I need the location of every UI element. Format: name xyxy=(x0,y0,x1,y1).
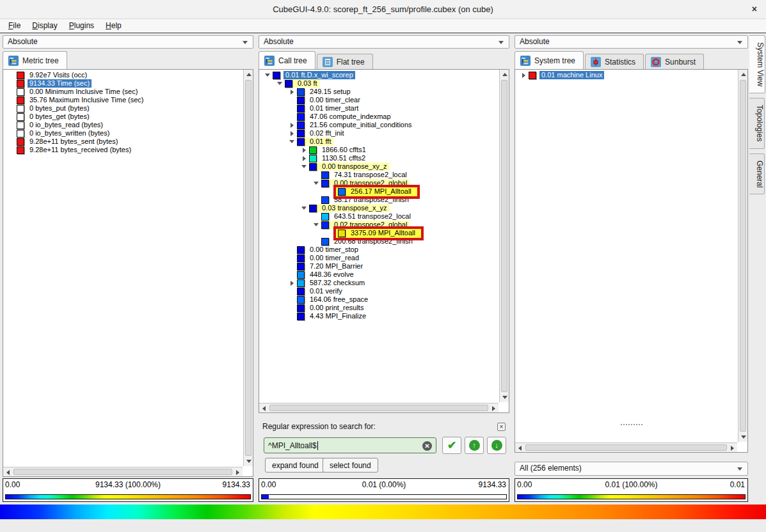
window-close-button[interactable]: × xyxy=(752,4,757,14)
tree-row[interactable]: 164.06 free_space xyxy=(260,295,499,304)
expander-collapse-icon[interactable] xyxy=(287,137,297,146)
node-label[interactable]: 74.31 transpose2_local xyxy=(332,171,409,179)
tree-row[interactable]: 9.28e+11 bytes_received (bytes) xyxy=(4,146,243,154)
tree-row[interactable]: 21.56 compute_initial_conditions xyxy=(260,121,499,129)
node-label[interactable]: 0 io_bytes_read (bytes) xyxy=(28,121,105,129)
call-horizontal-scrollbar[interactable] xyxy=(259,403,499,412)
node-label[interactable]: 0 io_bytes_written (bytes) xyxy=(28,129,111,137)
tree-row[interactable]: 1866.60 cffts1 xyxy=(260,146,499,154)
scrollbar-thumb[interactable] xyxy=(525,444,727,451)
tree-row[interactable]: 249.15 setup xyxy=(260,88,499,96)
metric-vertical-scrollbar[interactable] xyxy=(243,70,253,466)
node-label[interactable]: 448.36 evolve xyxy=(308,270,356,279)
node-label[interactable]: 0.00 Minimum Inclusive Time (sec) xyxy=(28,88,140,96)
scroll-left-icon[interactable] xyxy=(3,467,13,477)
node-label[interactable]: 0.00 timer_clear xyxy=(308,96,362,104)
tree-row[interactable]: 1130.51 cffts2 xyxy=(260,154,499,162)
tree-row[interactable]: 0.03 transpose_x_yz xyxy=(260,204,499,212)
node-label[interactable]: 0 bytes_get (bytes) xyxy=(28,113,92,121)
node-label[interactable]: 9.92e7 Visits (occ) xyxy=(28,71,89,79)
node-label[interactable]: 164.06 free_space xyxy=(308,295,370,304)
node-label[interactable]: 0.00 transpose_xy_z xyxy=(320,162,389,171)
node-label[interactable]: 4.43 MPI_Finalize xyxy=(308,312,368,320)
tree-row[interactable]: 0.01 ft.D.x_wi_scorep xyxy=(260,71,499,79)
tree-row[interactable]: 0.01 timer_start xyxy=(260,104,499,113)
scrollbar-thumb[interactable] xyxy=(740,80,746,432)
expander-collapse-icon[interactable] xyxy=(299,162,309,171)
tab-statistics[interactable]: Statistics xyxy=(585,54,644,69)
tree-row[interactable]: 47.06 compute_indexmap xyxy=(260,113,499,121)
tree-row[interactable]: 643.51 transpose2_local xyxy=(260,212,499,221)
scroll-down-icon[interactable] xyxy=(244,457,253,466)
side-tab-general[interactable]: General xyxy=(749,153,765,195)
tree-row[interactable]: 7.20 MPI_Barrier xyxy=(260,262,499,270)
tree-row[interactable]: 3375.09 MPI_Alltoall xyxy=(260,229,499,237)
tab-flat-tree[interactable]: Flat tree xyxy=(317,54,373,69)
tree-row[interactable]: 0.00 transpose_xy_z xyxy=(260,162,499,171)
scroll-up-icon[interactable] xyxy=(738,70,748,79)
node-label[interactable]: 0.02 fft_init xyxy=(308,129,346,137)
metric-value-mode-combobox[interactable]: Absolute xyxy=(3,35,253,49)
system-horizontal-scrollbar[interactable] xyxy=(515,442,737,452)
node-label[interactable]: 0.01 verify xyxy=(308,287,344,295)
node-label[interactable]: 249.15 setup xyxy=(308,88,353,96)
tree-row[interactable]: 0.00 timer_clear xyxy=(260,96,499,104)
call-vertical-scrollbar[interactable] xyxy=(499,70,509,402)
expander-collapse-icon[interactable] xyxy=(262,71,273,79)
node-label[interactable]: 0.01 ft.D.x_wi_scorep xyxy=(283,71,355,79)
scroll-up-icon[interactable] xyxy=(500,70,509,79)
tree-row[interactable]: 0.00 timer_stop xyxy=(260,246,499,254)
search-next-button[interactable]: ↓ xyxy=(487,437,506,454)
scrollbar-thumb[interactable] xyxy=(269,405,488,411)
expander-expand-icon[interactable] xyxy=(299,146,309,154)
tree-row[interactable]: 0 io_bytes_written (bytes) xyxy=(4,129,243,137)
metric-horizontal-scrollbar[interactable] xyxy=(3,467,243,476)
node-label[interactable]: 3375.09 MPI_Alltoall xyxy=(349,229,417,237)
call-value-mode-combobox[interactable]: Absolute xyxy=(259,35,509,49)
splitter-handle[interactable] xyxy=(621,424,642,425)
node-label[interactable]: 9.28e+11 bytes_sent (bytes) xyxy=(28,137,120,146)
search-input[interactable]: ^MPI_Alltoall$ ✕ xyxy=(264,437,436,453)
tree-row[interactable]: 0 bytes_get (bytes) xyxy=(4,113,243,121)
tree-row[interactable]: 0.03 ft xyxy=(260,79,499,88)
scrollbar-thumb[interactable] xyxy=(501,80,507,392)
scroll-left-icon[interactable] xyxy=(259,403,269,413)
scrollbar-thumb[interactable] xyxy=(13,469,232,475)
scroll-down-icon[interactable] xyxy=(738,432,748,442)
side-tab-system-view[interactable]: System View xyxy=(749,35,765,93)
expander-expand-icon[interactable] xyxy=(299,154,309,162)
node-label[interactable]: 1130.51 cffts2 xyxy=(320,154,367,162)
scroll-left-icon[interactable] xyxy=(515,443,525,453)
scroll-right-icon[interactable] xyxy=(489,403,499,413)
node-label[interactable]: 0.01 machine Linux xyxy=(539,71,604,79)
tree-row[interactable]: 256.17 MPI_Alltoall xyxy=(260,187,499,196)
node-label[interactable]: 0.00 print_results xyxy=(308,304,365,312)
menu-file[interactable]: File xyxy=(3,19,26,33)
tab-metric-tree[interactable]: Metric tree xyxy=(3,51,67,69)
menu-display[interactable]: Display xyxy=(26,19,63,33)
menu-help[interactable]: Help xyxy=(100,19,127,33)
node-label[interactable]: 0.00 timer_stop xyxy=(308,246,360,254)
scroll-right-icon[interactable] xyxy=(728,443,737,453)
tab-system-tree[interactable]: System tree xyxy=(515,51,584,69)
scrollbar-thumb[interactable] xyxy=(245,80,251,456)
scroll-down-icon[interactable] xyxy=(500,393,509,402)
tree-row[interactable]: 9134.33 Time (sec) xyxy=(4,79,243,88)
node-label[interactable]: 35.76 Maximum Inclusive Time (sec) xyxy=(28,96,146,104)
tree-row[interactable]: 0.01 verify xyxy=(260,287,499,295)
side-tab-topologies[interactable]: Topologies xyxy=(749,98,765,148)
expander-collapse-icon[interactable] xyxy=(275,79,285,88)
expander-expand-icon[interactable] xyxy=(518,71,529,79)
search-previous-button[interactable]: ↑ xyxy=(465,437,484,454)
search-dismiss-icon[interactable]: × xyxy=(497,423,506,431)
tree-row[interactable]: 0 io_bytes_read (bytes) xyxy=(4,121,243,129)
tree-row[interactable]: 0.00 print_results xyxy=(260,304,499,312)
node-label[interactable]: 0.01 fft xyxy=(308,137,333,146)
expander-expand-icon[interactable] xyxy=(287,121,297,129)
tree-row[interactable]: 0.01 machine Linux xyxy=(516,71,737,79)
tree-row[interactable]: 448.36 evolve xyxy=(260,270,499,279)
node-label[interactable]: 0.01 timer_start xyxy=(308,104,360,113)
expand-found-button[interactable]: expand found xyxy=(265,458,326,473)
expander-collapse-icon[interactable] xyxy=(311,179,321,187)
expander-collapse-icon[interactable] xyxy=(299,204,309,212)
